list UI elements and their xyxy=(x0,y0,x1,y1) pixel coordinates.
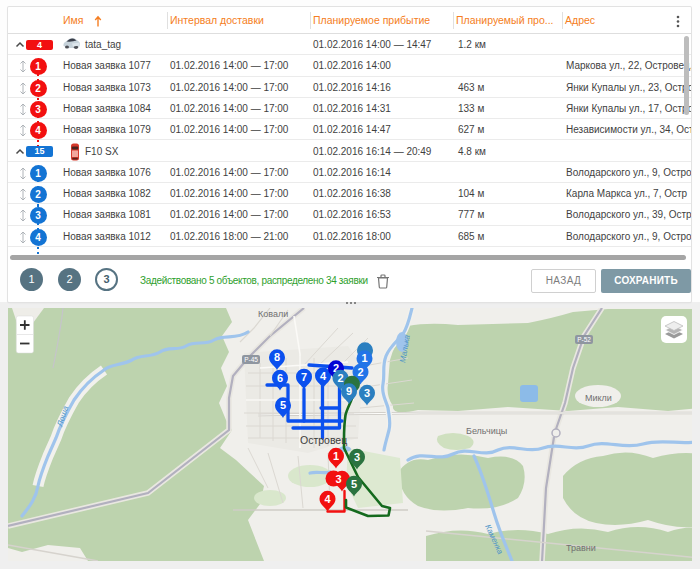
svg-text:4: 4 xyxy=(324,493,331,505)
svg-text:3: 3 xyxy=(335,473,341,485)
svg-text:Ковали: Ковали xyxy=(258,309,288,319)
svg-text:3: 3 xyxy=(354,451,360,463)
svg-text:Микли: Микли xyxy=(585,393,612,403)
svg-text:4: 4 xyxy=(320,370,327,382)
svg-text:6: 6 xyxy=(277,372,283,384)
svg-text:7: 7 xyxy=(301,371,307,383)
svg-text:Р-52: Р-52 xyxy=(577,336,591,343)
svg-text:1: 1 xyxy=(333,450,339,462)
svg-text:Травни: Травни xyxy=(566,543,596,553)
svg-text:9: 9 xyxy=(346,385,352,397)
svg-text:Р-45: Р-45 xyxy=(244,356,258,363)
svg-text:2: 2 xyxy=(337,372,343,384)
svg-text:3: 3 xyxy=(364,387,370,399)
svg-text:Островец: Островец xyxy=(300,434,347,446)
svg-text:5: 5 xyxy=(280,399,286,411)
svg-text:1: 1 xyxy=(361,352,367,364)
svg-text:8: 8 xyxy=(274,351,280,363)
svg-text:2: 2 xyxy=(357,366,363,378)
svg-text:Бельчицы: Бельчицы xyxy=(466,426,507,436)
svg-text:5: 5 xyxy=(351,478,357,490)
